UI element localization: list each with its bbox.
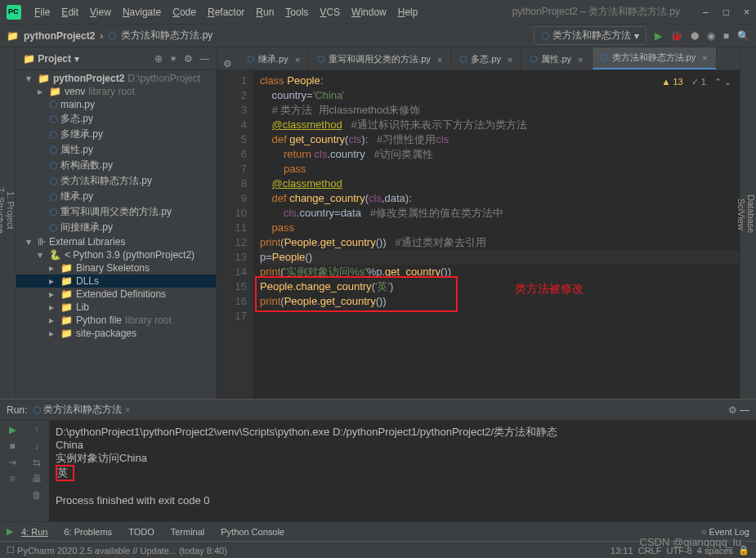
tree-item[interactable]: ▾📁 pythonProject2 D:\pythonProject <box>16 72 216 85</box>
profile-button[interactable]: ◉ <box>707 30 715 42</box>
tree-item[interactable]: ▾🐍 < Python 3.9 (pythonProject2) <box>16 248 216 261</box>
bottom-tab[interactable]: Python Console <box>212 527 293 537</box>
project-panel: 📁 Project▾ ⊕ ✶ ⚙ — ▾📁 pythonProject2 D:\… <box>16 47 217 399</box>
menu-view[interactable]: View <box>85 3 116 21</box>
editor-tab[interactable]: ⬡继承.py× <box>239 49 309 69</box>
right-toolbar[interactable]: DatabaseSciView <box>740 47 756 399</box>
left-toolbar[interactable]: 1: Project7: Structure2: Favorites <box>0 47 16 399</box>
menu-navigate[interactable]: Navigate <box>118 3 166 21</box>
tree-item[interactable]: ⬡ 类方法和静态方法.py <box>16 173 216 189</box>
tree-item[interactable]: ▸📁 Python file library root <box>16 314 216 327</box>
bottom-tab[interactable]: 4: Run <box>13 527 56 537</box>
run-tab[interactable]: 类方法和静态方法 <box>43 403 122 417</box>
tree-item[interactable]: ▸📁 site-packages <box>16 327 216 340</box>
run-hide-icon[interactable]: — <box>740 404 749 416</box>
menu-tools[interactable]: Tools <box>280 3 313 21</box>
tree-item[interactable]: ⬡ 间接继承.py <box>16 220 216 235</box>
coverage-button[interactable]: ⬢ <box>691 30 699 42</box>
breadcrumb-file[interactable]: 类方法和静态方法.py <box>121 29 212 42</box>
editor-tab[interactable]: ⬡多态.py× <box>451 49 521 69</box>
caret-position[interactable]: 13:11 <box>611 546 633 556</box>
delete-button[interactable]: 🗑 <box>32 489 42 501</box>
window-title: pythonProject2 – 类方法和静态方法.py <box>512 5 680 19</box>
status-message: PyCharm 2020.2.5 available // Update... … <box>17 546 227 556</box>
editor-inspections[interactable]: ▲ 13 ✓ 1 ⌃ ⌄ <box>662 74 731 89</box>
run-settings-icon[interactable]: ⚙ <box>728 404 737 416</box>
tree-item[interactable]: ⬡ 多态.py <box>16 111 216 127</box>
menu-file[interactable]: File <box>29 3 55 21</box>
stop-run-button[interactable]: ■ <box>9 440 15 452</box>
nav-bar: 📁pythonProject2 › ⬡类方法和静态方法.py ⬡类方法和静态方法… <box>0 25 756 47</box>
menu-edit[interactable]: Edit <box>56 3 83 21</box>
editor-tab[interactable]: ⬡属性.py× <box>521 49 592 69</box>
bottom-tab[interactable]: TODO <box>120 527 163 537</box>
close-button[interactable]: × <box>744 7 749 18</box>
project-panel-title: Project <box>38 53 71 65</box>
tree-item[interactable]: ⬡ 析构函数.py <box>16 158 216 173</box>
pycharm-logo-icon <box>7 5 21 20</box>
wrap-button[interactable]: ⇆ <box>33 457 41 468</box>
minimize-button[interactable]: – <box>703 7 709 18</box>
tab-gear-icon[interactable]: ⚙ <box>217 58 239 69</box>
status-icon[interactable]: ☐ <box>7 545 15 556</box>
tree-item[interactable]: ⬡ main.py <box>16 98 216 111</box>
tree-item[interactable]: ▸📁 Lib <box>16 301 216 314</box>
tree-item[interactable]: ⬡ 重写和调用父类的方法.py <box>16 204 216 220</box>
tree-item[interactable]: ▸📁 venv library root <box>16 85 216 98</box>
up-button[interactable]: ↑ <box>34 424 39 435</box>
code-content[interactable]: ▲ 13 ✓ 1 ⌃ ⌄ class People: country='Chin… <box>253 70 740 399</box>
bottom-tab[interactable]: Terminal <box>163 527 213 537</box>
menu-run[interactable]: Run <box>251 3 279 21</box>
debug-button[interactable]: 🐞 <box>670 30 682 42</box>
tree-item[interactable]: ▾⊪ External Libraries <box>16 235 216 248</box>
tree-item[interactable]: ▸📁 DLLs <box>16 275 216 288</box>
editor-tab[interactable]: ⬡类方法和静态方法.py× <box>593 47 717 69</box>
search-button[interactable]: 🔍 <box>737 30 749 42</box>
menu-vcs[interactable]: VCS <box>315 3 345 21</box>
run-toolbar-left: ▶ ■ ⇥ ≡ <box>0 421 25 521</box>
settings-icon[interactable]: ⚙ <box>184 53 193 65</box>
run-toolbar-right: ↑ ↓ ⇆ 🖶 🗑 <box>25 421 49 521</box>
editor: ⚙ ⬡继承.py×⬡重写和调用父类的方法.py×⬡多态.py×⬡属性.py×⬡类… <box>217 47 740 399</box>
title-bar: FileEditViewNavigateCodeRefactorRunTools… <box>0 0 756 25</box>
menu-refactor[interactable]: Refactor <box>203 3 249 21</box>
console-output[interactable]: D:\pythonProject1\pythonProject2\venv\Sc… <box>49 421 756 521</box>
breadcrumb[interactable]: 📁pythonProject2 › ⬡类方法和静态方法.py <box>7 29 212 42</box>
menu-code[interactable]: Code <box>168 3 201 21</box>
gutter[interactable]: 1234567891011121314151617 <box>217 70 253 399</box>
menu-bar: FileEditViewNavigateCodeRefactorRunTools… <box>29 3 423 21</box>
bottom-tab[interactable]: 6: Problems <box>56 527 120 537</box>
select-opened-icon[interactable]: ⊕ <box>154 53 163 65</box>
print-button[interactable]: 🖶 <box>32 473 42 484</box>
editor-tab[interactable]: ⬡重写和调用父类的方法.py× <box>309 49 451 69</box>
maximize-button[interactable]: □ <box>723 7 729 18</box>
tree-item[interactable]: ⬡ 属性.py <box>16 142 216 158</box>
editor-tabs: ⚙ ⬡继承.py×⬡重写和调用父类的方法.py×⬡多态.py×⬡属性.py×⬡类… <box>217 47 740 70</box>
exit-button[interactable]: ⇥ <box>8 457 16 468</box>
tree-item[interactable]: ▸📁 Extended Definitions <box>16 288 216 301</box>
hide-icon[interactable]: — <box>199 53 209 65</box>
run-button[interactable]: ▶ <box>655 30 662 42</box>
tree-item[interactable]: ▸📁 Binary Skeletons <box>16 261 216 275</box>
menu-help[interactable]: Help <box>393 3 423 21</box>
tree-item[interactable]: ⬡ 多继承.py <box>16 127 216 142</box>
expand-icon[interactable]: ✶ <box>169 53 177 65</box>
annotation-text: 类方法被修改 <box>515 281 584 296</box>
event-log[interactable]: ○ Event Log <box>701 527 749 537</box>
pin-button[interactable]: ≡ <box>9 473 15 484</box>
rerun-button[interactable]: ▶ <box>9 424 16 435</box>
run-panel: Run: ⬡ 类方法和静态方法 × ⚙ — ▶ ■ ⇥ ≡ ↑ ↓ ⇆ 🖶 🗑 … <box>0 399 756 521</box>
run-config-selector[interactable]: ⬡类方法和静态方法▾ <box>534 26 646 45</box>
down-button[interactable]: ↓ <box>34 440 39 452</box>
stop-button[interactable]: ■ <box>723 30 729 42</box>
tree-item[interactable]: ⬡ 继承.py <box>16 189 216 204</box>
breadcrumb-project[interactable]: pythonProject2 <box>24 30 95 42</box>
run-label: Run: <box>7 404 27 416</box>
project-tree[interactable]: ▾📁 pythonProject2 D:\pythonProject▸📁 ven… <box>16 70 216 399</box>
watermark: CSDN @qianqqqq_lu <box>640 536 742 548</box>
menu-window[interactable]: Window <box>347 3 391 21</box>
